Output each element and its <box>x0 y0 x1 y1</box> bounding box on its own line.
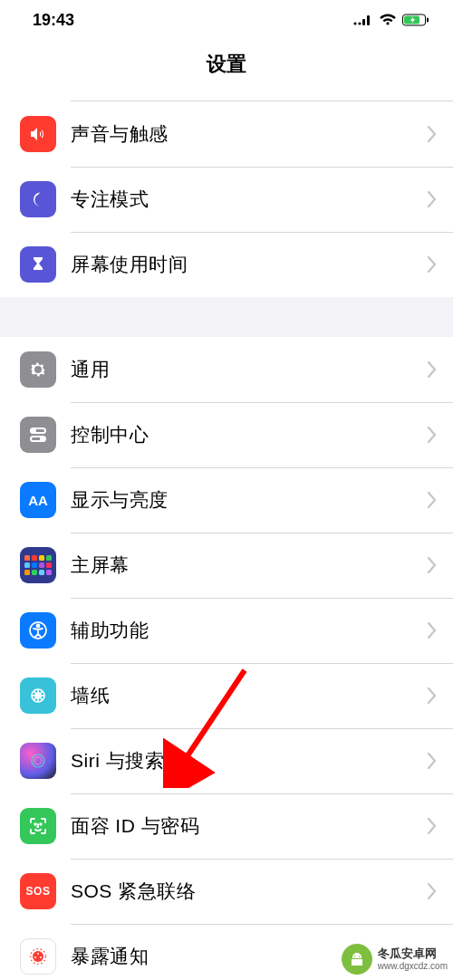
sos-icon: SOS <box>20 873 56 909</box>
svg-point-22 <box>34 956 36 958</box>
hourglass-icon <box>20 246 56 283</box>
chevron-right-icon <box>428 126 437 142</box>
svg-point-16 <box>34 757 42 764</box>
siri-icon <box>20 743 56 779</box>
svg-point-25 <box>353 956 355 957</box>
row-face-id-passcode[interactable]: 面容 ID 与密码 <box>0 793 453 859</box>
svg-point-26 <box>358 956 360 957</box>
row-label: 面容 ID 与密码 <box>71 813 428 839</box>
svg-point-15 <box>32 754 44 767</box>
svg-point-1 <box>358 22 361 24</box>
svg-rect-2 <box>362 19 365 25</box>
wallpaper-icon <box>20 677 56 714</box>
watermark-logo-icon <box>342 944 372 975</box>
row-label: 专注模式 <box>71 187 428 212</box>
chevron-right-icon <box>428 427 437 443</box>
switches-icon <box>20 417 56 453</box>
row-general[interactable]: 通用 <box>0 337 453 402</box>
row-label: 显示与亮度 <box>71 487 428 513</box>
chevron-right-icon <box>428 687 437 704</box>
chevron-right-icon <box>428 557 437 573</box>
row-label: 屏幕使用时间 <box>71 252 428 277</box>
chevron-right-icon <box>428 622 437 639</box>
watermark-url: www.dgxcdz.com <box>378 961 448 971</box>
moon-icon <box>20 181 56 217</box>
row-wallpaper[interactable]: 墙纸 <box>0 663 453 728</box>
chevron-right-icon <box>428 256 437 273</box>
chevron-right-icon <box>428 191 437 207</box>
chevron-right-icon <box>428 492 437 508</box>
svg-point-18 <box>40 823 42 825</box>
row-label: 主屏幕 <box>71 552 428 578</box>
svg-point-0 <box>353 22 356 24</box>
face-id-icon <box>20 808 56 844</box>
svg-point-21 <box>37 953 39 955</box>
svg-point-23 <box>40 956 42 958</box>
page-title: 设置 <box>0 40 453 92</box>
status-time: 19:43 <box>33 11 74 30</box>
row-sound-haptics[interactable]: 声音与触感 <box>0 101 453 167</box>
status-right <box>353 14 429 26</box>
settings-group-2: 通用 控制中心 AA 显示与亮度 主屏幕 辅助功能 <box>0 337 453 980</box>
home-screen-icon <box>20 547 56 583</box>
row-label: 墙纸 <box>71 683 428 708</box>
row-control-center[interactable]: 控制中心 <box>0 402 453 467</box>
svg-point-10 <box>41 437 43 440</box>
partial-previous-row <box>71 92 453 101</box>
chevron-right-icon <box>428 361 437 378</box>
wifi-icon <box>379 14 397 26</box>
row-label: 控制中心 <box>71 422 428 447</box>
row-label: 声音与触感 <box>71 121 428 147</box>
chevron-right-icon <box>428 883 437 899</box>
svg-point-17 <box>34 823 36 825</box>
row-screen-time[interactable]: 屏幕使用时间 <box>0 232 453 297</box>
svg-point-19 <box>33 951 43 962</box>
row-label: 辅助功能 <box>71 618 428 643</box>
row-label: Siri 与搜索 <box>71 748 428 773</box>
sound-icon <box>20 116 56 152</box>
row-label: 通用 <box>71 357 428 382</box>
row-sos-emergency[interactable]: SOS SOS 紧急联络 <box>0 859 453 924</box>
svg-point-8 <box>33 429 35 432</box>
exposure-icon <box>20 938 56 975</box>
row-home-screen[interactable]: 主屏幕 <box>0 533 453 598</box>
row-label: SOS 紧急联络 <box>71 879 428 904</box>
text-size-icon: AA <box>20 482 56 518</box>
row-siri-search[interactable]: Siri 与搜索 <box>0 728 453 793</box>
signal-icon <box>353 14 373 26</box>
settings-group-1: 声音与触感 专注模式 屏幕使用时间 <box>0 92 453 297</box>
gear-icon <box>20 351 56 388</box>
svg-rect-6 <box>427 18 429 23</box>
watermark: 冬瓜安卓网 www.dgxcdz.com <box>342 944 448 975</box>
svg-point-12 <box>37 625 40 628</box>
row-focus-mode[interactable]: 专注模式 <box>0 167 453 232</box>
svg-rect-3 <box>367 15 370 25</box>
chevron-right-icon <box>428 818 437 834</box>
row-display-brightness[interactable]: AA 显示与亮度 <box>0 467 453 533</box>
status-bar: 19:43 <box>0 0 453 40</box>
chevron-right-icon <box>428 753 437 769</box>
watermark-title: 冬瓜安卓网 <box>378 947 448 960</box>
battery-charging-icon <box>402 14 429 26</box>
row-accessibility[interactable]: 辅助功能 <box>0 598 453 663</box>
accessibility-icon <box>20 612 56 649</box>
